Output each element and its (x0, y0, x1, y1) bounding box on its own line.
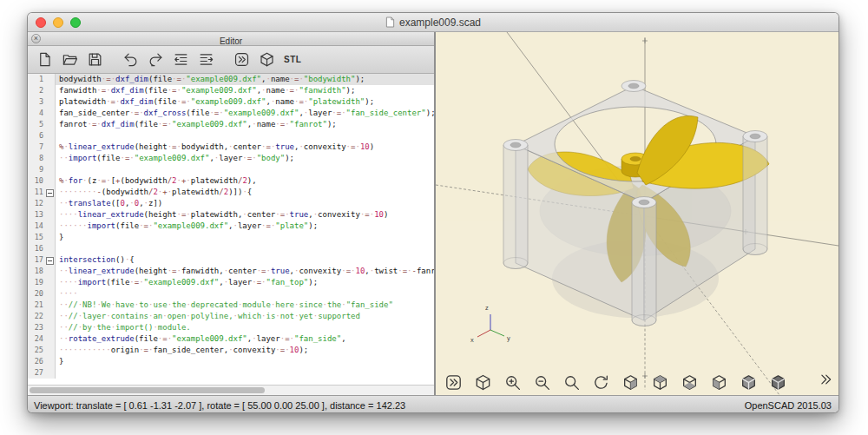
zoom-out-icon (533, 373, 551, 392)
line-number: 26 (28, 356, 45, 367)
code-line[interactable]: 11········-(bodywidth/2·+·platewidth/2)]… (28, 187, 434, 198)
view-bottom-button[interactable] (681, 373, 699, 392)
line-number: 15 (28, 232, 45, 243)
code-line[interactable]: 19····import(file·=·"example009.dxf",·la… (28, 277, 434, 288)
undo-button[interactable] (122, 51, 139, 68)
code-line[interactable]: 3platewidth·=·dxf_dim(file·=·"example009… (28, 96, 434, 108)
new-file-button[interactable] (36, 51, 53, 68)
gutter-cell: 13 (28, 209, 56, 221)
editor-horizontal-scrollbar[interactable] (28, 385, 434, 395)
view-front-button[interactable] (740, 373, 758, 392)
line-number: 14 (28, 221, 45, 232)
code-line[interactable]: 8··import(file·=·"example009.dxf",·layer… (28, 153, 434, 164)
code-line[interactable]: 13····linear_extrude(height·=·platewidth… (28, 209, 434, 221)
gutter-cell: 11 (28, 187, 56, 198)
line-number: 12 (28, 198, 45, 209)
code-line[interactable]: 5fanrot·=·dxf_dim(file·=·"example009.dxf… (28, 119, 434, 130)
code-line[interactable]: 12··translate([0,·0,·z]) (28, 198, 434, 209)
export-stl-button[interactable]: STL (284, 55, 301, 64)
zoom-in-button[interactable] (503, 373, 522, 392)
render-button[interactable] (259, 51, 275, 68)
code-line[interactable]: 21··//·NB!·We·have·to·use·the·deprecated… (28, 300, 434, 311)
minimize-window-button[interactable] (53, 17, 63, 28)
code-line[interactable]: 7%·linear_extrude(height·=·bodywidth,·ce… (28, 142, 434, 153)
zoom-in-icon (503, 373, 522, 392)
code-line[interactable]: 9 (28, 164, 434, 175)
code-line[interactable]: 16 (28, 243, 434, 254)
code-line[interactable]: 10%·for·(z·=·[+(bodywidth/2·+·platewidth… (28, 175, 434, 187)
code-line[interactable]: 6 (28, 130, 434, 142)
code-line[interactable]: 14······import(file·=·"example009.dxf",·… (28, 221, 434, 232)
gutter-cell: 9 (28, 164, 56, 175)
save-file-icon (87, 51, 103, 68)
code-line[interactable]: 26} (28, 356, 434, 367)
code-line[interactable]: 24··rotate_extrude(file·=·"example009.dx… (28, 333, 434, 345)
fold-marker[interactable] (45, 187, 55, 198)
3d-viewport[interactable]: x y z (436, 32, 838, 395)
close-window-button[interactable] (36, 17, 46, 28)
gutter-cell: 4 (28, 108, 56, 119)
code-line[interactable]: 27 (28, 367, 434, 379)
editor-close-button[interactable]: × (31, 34, 41, 43)
reset-view-icon (592, 373, 610, 392)
gutter-cell: 15 (28, 232, 56, 243)
code-line[interactable]: 23··//·by·the·import()·module. (28, 322, 434, 333)
fold-marker[interactable] (45, 254, 55, 266)
line-number: 19 (28, 277, 45, 288)
toolbar-overflow-button[interactable] (818, 372, 833, 391)
line-number: 25 (28, 345, 45, 356)
save-file-button[interactable] (87, 51, 103, 68)
code-line[interactable]: 15} (28, 232, 434, 243)
editor-panel-titlebar[interactable]: × Editor (28, 32, 434, 46)
line-number: 18 (28, 266, 45, 277)
code-editor[interactable]: 1bodywidth·=·dxf_dim(file·=·"example009.… (28, 74, 434, 385)
open-file-button[interactable] (62, 51, 78, 68)
indent-button[interactable] (198, 51, 214, 68)
undo-icon (122, 51, 139, 68)
reset-view-button[interactable] (592, 373, 610, 392)
fan-model (503, 81, 769, 326)
view-left-button[interactable] (710, 373, 728, 392)
view-right-icon (621, 373, 640, 392)
zoom-window-button[interactable] (70, 17, 81, 28)
view-bottom-icon (681, 373, 699, 392)
render-icon (474, 373, 492, 392)
gutter-cell: 17 (28, 254, 56, 266)
render-button[interactable] (474, 373, 492, 392)
view-top-button[interactable] (651, 373, 669, 392)
desktop: example009.scad × Editor STL 1bodywidth·… (0, 0, 868, 435)
view-right-button[interactable] (621, 373, 640, 392)
line-number: 16 (28, 243, 45, 254)
window-titlebar[interactable]: example009.scad (28, 13, 838, 32)
window-title: example009.scad (385, 16, 481, 29)
code-line[interactable]: 4fan_side_center·=·dxf_cross(file·=·"exa… (28, 108, 434, 119)
zoom-all-button[interactable] (562, 373, 581, 392)
new-file-icon (36, 51, 53, 68)
code-line[interactable]: 18··linear_extrude(height·=·fanwidth,·ce… (28, 266, 434, 277)
code-line[interactable]: 20···· (28, 288, 434, 300)
unindent-button[interactable] (173, 51, 189, 68)
gutter-cell: 27 (28, 367, 56, 379)
gutter-cell: 25 (28, 345, 56, 356)
redo-button[interactable] (148, 51, 164, 68)
code-line[interactable]: 25···········origin·=·fan_side_center,·c… (28, 345, 434, 356)
scrollbar-thumb[interactable] (30, 387, 265, 393)
gutter-cell: 16 (28, 243, 56, 254)
zoom-out-button[interactable] (533, 373, 551, 392)
preview-button[interactable] (233, 51, 250, 68)
code-line[interactable]: 22··//·layer·contains·an·open·polyline,·… (28, 311, 434, 322)
gutter-cell: 5 (28, 119, 56, 130)
viewport-status-text: Viewport: translate = [ 0.61 -1.31 -2.07… (28, 400, 405, 411)
3d-scene-canvas[interactable] (436, 32, 838, 395)
document-icon (385, 16, 395, 28)
code-line[interactable]: 2fanwidth·=·dxf_dim(file·=·"example009.d… (28, 85, 434, 96)
view-back-button[interactable] (769, 373, 787, 392)
code-line[interactable]: 17intersection()·{ (28, 254, 434, 266)
window-title-text: example009.scad (399, 16, 481, 29)
axis-label-y: y (507, 334, 510, 342)
code-line[interactable]: 1bodywidth·=·dxf_dim(file·=·"example009.… (28, 74, 434, 85)
preview-button[interactable] (444, 373, 463, 392)
indent-icon (198, 51, 214, 68)
unindent-icon (173, 51, 189, 68)
gutter-cell: 14 (28, 221, 56, 232)
